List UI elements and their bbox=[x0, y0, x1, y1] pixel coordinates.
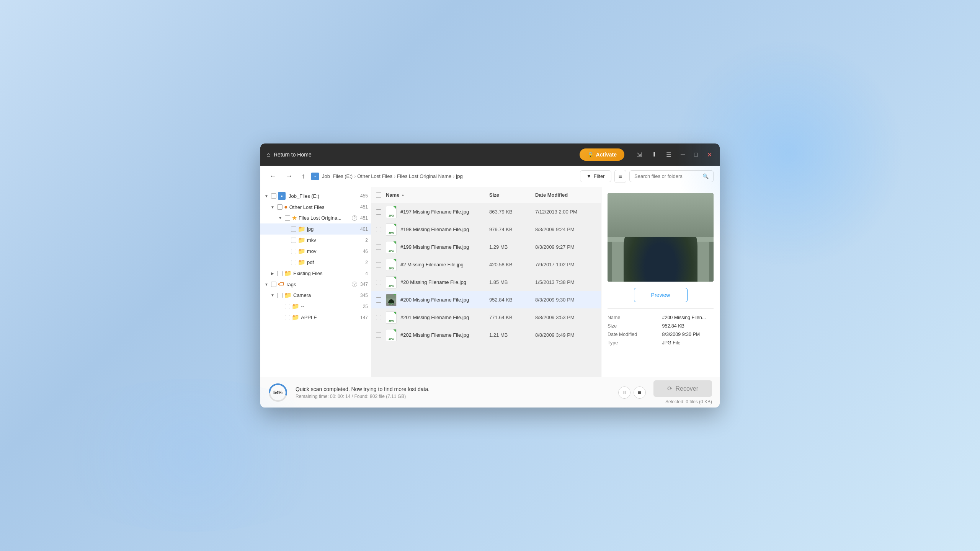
file-row-2[interactable]: JPG #2 Missing Filename File.jpg 420.58 … bbox=[371, 256, 601, 274]
toggle-existing[interactable]: ▶ bbox=[270, 271, 276, 277]
col-name-label: Name bbox=[386, 192, 399, 198]
cb-pdf[interactable] bbox=[291, 260, 296, 265]
sidebar-item-other-lost[interactable]: ▼ ● Other Lost Files 451 bbox=[260, 202, 371, 212]
recover-button[interactable]: ⟳ Recover bbox=[653, 380, 712, 397]
file-icon-198: JPG bbox=[386, 224, 397, 235]
home-button[interactable]: ⌂ Return to Home bbox=[266, 151, 312, 159]
minimize-button[interactable]: ─ bbox=[679, 150, 686, 160]
file-row-200[interactable]: JPG #200 Missing Filename File.jpg 952.8… bbox=[371, 291, 601, 309]
breadcrumb-drive[interactable]: Job_Files (E:) bbox=[322, 173, 353, 179]
cb-existing[interactable] bbox=[277, 271, 283, 276]
preview-panel: Preview Name #200 Missing Filen... Size … bbox=[601, 187, 720, 377]
file-icon-197: JPG bbox=[386, 207, 397, 217]
jpg-file-icon-201: JPG bbox=[386, 311, 397, 324]
cb-file-20[interactable] bbox=[376, 280, 381, 285]
toggle-camera[interactable]: ▼ bbox=[270, 292, 276, 298]
back-button[interactable]: ← bbox=[266, 170, 279, 183]
file-row-199[interactable]: JPG #199 Missing Filename File.jpg 1.29 … bbox=[371, 238, 601, 256]
maximize-button[interactable]: □ bbox=[693, 150, 699, 160]
breadcrumb-sep-3: › bbox=[453, 174, 454, 179]
sort-icon[interactable]: ▲ bbox=[401, 193, 405, 197]
pause-window-button[interactable]: ⏸ bbox=[649, 150, 658, 160]
file-icon-200: JPG bbox=[386, 295, 397, 305]
toggle-other-lost[interactable]: ▼ bbox=[270, 204, 276, 210]
breadcrumb-other-lost[interactable]: Other Lost Files bbox=[357, 173, 392, 179]
cb-file-201[interactable] bbox=[376, 315, 381, 320]
star-icon: ★ bbox=[292, 214, 297, 222]
cb-job-files[interactable] bbox=[271, 193, 276, 199]
toggle-apple[interactable] bbox=[277, 315, 283, 321]
sidebar-item-pdf[interactable]: 📁 pdf 2 bbox=[260, 257, 371, 268]
cb-file-200[interactable] bbox=[376, 297, 381, 303]
help-icon-files[interactable]: ? bbox=[352, 215, 357, 221]
file-row-197[interactable]: JPG #197 Missing Filename File.jpg 863.7… bbox=[371, 203, 601, 221]
filename-198: #198 Missing Filename File.jpg bbox=[400, 227, 489, 232]
file-icon-2: JPG bbox=[386, 259, 397, 270]
sidebar-item-existing[interactable]: ▶ 📁 Existing Files 4 bbox=[260, 268, 371, 279]
preview-divider bbox=[608, 308, 714, 309]
label-mov: mov bbox=[307, 248, 360, 254]
sidebar-item-apple[interactable]: 📁 APPLE 147 bbox=[260, 312, 371, 323]
sidebar-item-mov[interactable]: 📁 mov 46 bbox=[260, 246, 371, 257]
cb-file-202[interactable] bbox=[376, 333, 381, 338]
toggle-tags[interactable]: ▼ bbox=[263, 281, 270, 287]
toggle-files-lost[interactable]: ▼ bbox=[277, 215, 283, 221]
sidebar-item-jpg[interactable]: 📁 jpg 401 bbox=[260, 223, 371, 235]
sidebar-item-tags[interactable]: ▼ 🏷 Tags ? 347 bbox=[260, 279, 371, 290]
filename-199: #199 Missing Filename File.jpg bbox=[400, 244, 489, 250]
cb-other-lost[interactable] bbox=[277, 204, 283, 210]
cb-camera[interactable] bbox=[277, 293, 283, 298]
file-row-201[interactable]: JPG #201 Missing Filename File.jpg 771.6… bbox=[371, 309, 601, 326]
prop-date-value: 8/3/2009 9:30 PM bbox=[662, 332, 714, 337]
sidebar-item-job-files[interactable]: ▼ ▪ Job_Files (E:) 455 bbox=[260, 190, 371, 202]
cb-jpg[interactable] bbox=[291, 227, 296, 232]
breadcrumb-files-lost[interactable]: Files Lost Original Name bbox=[397, 173, 451, 179]
cb-files-lost[interactable] bbox=[285, 215, 290, 221]
share-button[interactable]: ⇲ bbox=[635, 150, 643, 160]
toggle-job-files[interactable]: ▼ bbox=[263, 193, 270, 199]
cb-file-198[interactable] bbox=[376, 227, 381, 232]
jpg-thumb-icon-200: JPG bbox=[386, 294, 397, 306]
select-all-checkbox[interactable] bbox=[376, 192, 381, 198]
toggle-dash[interactable] bbox=[277, 303, 283, 310]
cb-tags[interactable] bbox=[271, 282, 276, 287]
help-icon-tags[interactable]: ? bbox=[352, 282, 357, 287]
activate-button[interactable]: 🔒 Activate bbox=[580, 148, 624, 161]
cb-file-199[interactable] bbox=[376, 245, 381, 250]
filesize-199: 1.29 MB bbox=[489, 244, 535, 250]
cb-file-197[interactable] bbox=[376, 209, 381, 215]
drive-icon-sidebar: ▪ bbox=[278, 192, 286, 200]
view-toggle-button[interactable]: ≡ bbox=[614, 170, 626, 183]
close-button[interactable]: ✕ bbox=[706, 150, 714, 160]
pause-scan-button[interactable]: ⏸ bbox=[618, 386, 630, 399]
search-box: 🔍 bbox=[629, 170, 714, 182]
cb-file-2[interactable] bbox=[376, 262, 381, 267]
filename-197: #197 Missing Filename File.jpg bbox=[400, 209, 489, 215]
sidebar-item-camera[interactable]: ▼ 📁 Camera 345 bbox=[260, 290, 371, 301]
file-row-20[interactable]: JPG #20 Missing Filename File.jpg 1.85 M… bbox=[371, 274, 601, 291]
cb-mov[interactable] bbox=[291, 249, 296, 254]
file-row-202[interactable]: JPG #202 Missing Filename File.jpg 1.21 … bbox=[371, 326, 601, 344]
cb-mkv[interactable] bbox=[291, 238, 296, 243]
label-dash: -- bbox=[301, 303, 360, 309]
stop-scan-button[interactable]: ⏹ bbox=[634, 386, 646, 399]
toggle-jpg[interactable] bbox=[283, 226, 289, 232]
filter-button[interactable]: ▼ Filter bbox=[580, 170, 611, 182]
toggle-mkv[interactable] bbox=[283, 237, 289, 243]
jpg-file-icon-198: JPG bbox=[386, 223, 397, 236]
forward-button[interactable]: → bbox=[283, 170, 296, 183]
toggle-mov[interactable] bbox=[283, 248, 289, 254]
up-button[interactable]: ↑ bbox=[299, 170, 308, 183]
cb-dash[interactable] bbox=[285, 304, 290, 309]
cb-apple[interactable] bbox=[285, 315, 290, 320]
toggle-pdf[interactable] bbox=[283, 259, 289, 266]
sidebar-item-mkv[interactable]: 📁 mkv 2 bbox=[260, 235, 371, 246]
menu-button[interactable]: ☰ bbox=[665, 150, 673, 160]
search-input[interactable] bbox=[634, 173, 699, 179]
sidebar-item-files-lost[interactable]: ▼ ★ Files Lost Origina... ? 451 bbox=[260, 212, 371, 223]
file-row-198[interactable]: JPG #198 Missing Filename File.jpg 979.7… bbox=[371, 221, 601, 238]
breadcrumb-jpg[interactable]: jpg bbox=[456, 173, 462, 179]
sidebar-item-dash[interactable]: 📁 -- 25 bbox=[260, 301, 371, 312]
preview-button[interactable]: Preview bbox=[634, 288, 688, 302]
jpg-file-icon-202: JPG bbox=[386, 329, 397, 341]
